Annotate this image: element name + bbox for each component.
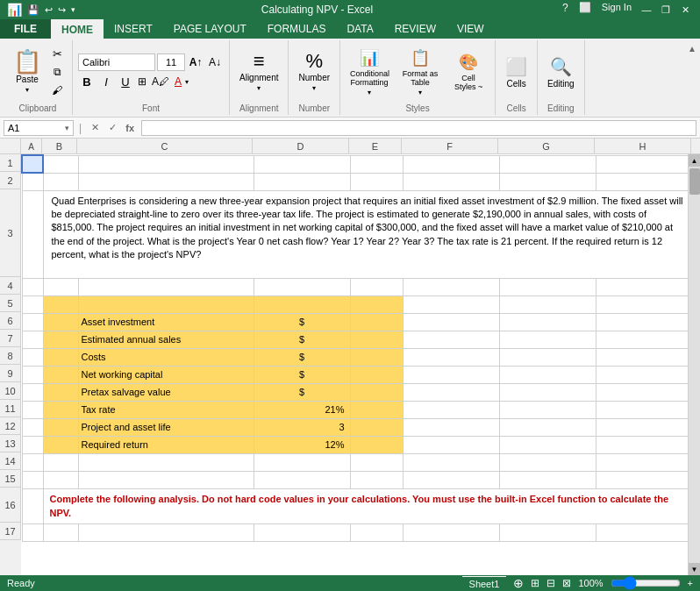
cell-g12[interactable] bbox=[499, 418, 596, 436]
row-num-12[interactable]: 12 bbox=[0, 417, 21, 435]
cell-g6[interactable] bbox=[499, 313, 596, 331]
cell-g7[interactable] bbox=[499, 331, 596, 348]
cell-b4[interactable] bbox=[43, 278, 78, 296]
cell-e14[interactable] bbox=[350, 453, 403, 471]
cell-d8-dollar[interactable]: $ bbox=[254, 348, 350, 366]
cell-e10[interactable] bbox=[350, 383, 403, 401]
quick-access-redo[interactable]: ↪ bbox=[58, 4, 66, 16]
cancel-formula-btn[interactable]: ✕ bbox=[87, 120, 103, 136]
alignment-button[interactable]: ≡ Alignment ▾ bbox=[235, 46, 282, 97]
row-num-14[interactable]: 14 bbox=[0, 452, 21, 470]
cell-h6[interactable] bbox=[596, 313, 688, 331]
row-num-9[interactable]: 9 bbox=[0, 365, 21, 382]
cell-e4[interactable] bbox=[350, 278, 403, 296]
cell-b16[interactable]: Complete the following analysis. Do not … bbox=[43, 488, 688, 523]
cell-f12[interactable] bbox=[403, 418, 499, 436]
cell-g1[interactable] bbox=[499, 155, 596, 173]
cell-d2[interactable] bbox=[254, 173, 350, 190]
cell-g14[interactable] bbox=[499, 453, 596, 471]
cell-a16[interactable] bbox=[22, 488, 43, 523]
font-size-input[interactable] bbox=[157, 53, 185, 71]
cell-d12-value[interactable]: 3 bbox=[254, 418, 350, 436]
zoom-in-btn[interactable]: + bbox=[688, 578, 693, 588]
row-num-15[interactable]: 15 bbox=[0, 470, 21, 488]
minimize-btn[interactable]: — bbox=[639, 2, 654, 18]
bold-button[interactable]: B bbox=[78, 73, 96, 90]
cell-b13[interactable] bbox=[43, 436, 78, 453]
cell-e12[interactable] bbox=[350, 418, 403, 436]
scroll-thumb[interactable] bbox=[689, 168, 700, 195]
add-sheet-btn[interactable]: ⊕ bbox=[513, 576, 524, 590]
insert-function-btn[interactable]: fx bbox=[122, 120, 138, 136]
format-table-dropdown[interactable]: ▾ bbox=[418, 89, 422, 96]
cell-h17[interactable] bbox=[596, 523, 688, 541]
cell-c2[interactable] bbox=[78, 173, 254, 190]
cell-styles-button[interactable]: 🎨 CellStyles ~ bbox=[447, 46, 489, 97]
cell-c7[interactable]: Estimated annual sales bbox=[78, 331, 254, 348]
cell-a5[interactable] bbox=[22, 296, 43, 313]
sign-in[interactable]: Sign In bbox=[598, 2, 635, 18]
cell-a9[interactable] bbox=[22, 366, 43, 383]
cell-b14[interactable] bbox=[43, 453, 78, 471]
view-normal[interactable]: ⊞ bbox=[531, 577, 539, 589]
col-header-f[interactable]: F bbox=[402, 139, 498, 154]
cell-c12[interactable]: Project and asset life bbox=[78, 418, 254, 436]
underline-button[interactable]: U bbox=[117, 73, 134, 90]
cell-d5[interactable] bbox=[254, 296, 350, 313]
paste-button[interactable]: 📋 Paste ▾ bbox=[9, 46, 46, 97]
cell-b8[interactable] bbox=[43, 348, 78, 366]
fill-color-btn[interactable]: A🖊 bbox=[150, 75, 171, 88]
cell-c8[interactable]: Costs bbox=[78, 348, 254, 366]
format-painter-button[interactable]: 🖌 bbox=[47, 82, 67, 99]
cell-f17[interactable] bbox=[403, 523, 499, 541]
col-header-e[interactable]: E bbox=[349, 139, 402, 154]
cell-a17[interactable] bbox=[22, 523, 43, 541]
cell-c10[interactable]: Pretax salvage value bbox=[78, 383, 254, 401]
tab-page-layout[interactable]: PAGE LAYOUT bbox=[163, 19, 257, 39]
cell-c5[interactable] bbox=[78, 296, 254, 313]
cell-g15[interactable] bbox=[499, 471, 596, 488]
cell-d4[interactable] bbox=[254, 278, 350, 296]
cell-c9[interactable]: Net working capital bbox=[78, 366, 254, 383]
cell-b5[interactable] bbox=[43, 296, 78, 313]
close-btn[interactable]: ✕ bbox=[677, 2, 693, 18]
vertical-scrollbar[interactable]: ▲ ▼ bbox=[688, 154, 700, 575]
quick-access-undo[interactable]: ↩ bbox=[45, 4, 53, 16]
view-layout[interactable]: ⊟ bbox=[546, 577, 555, 589]
font-color-dropdown[interactable]: ▾ bbox=[185, 78, 189, 86]
col-header-a[interactable]: A bbox=[21, 139, 42, 154]
cell-h5[interactable] bbox=[596, 296, 688, 313]
cell-f15[interactable] bbox=[403, 471, 499, 488]
cell-h13[interactable] bbox=[596, 436, 688, 453]
cell-e5[interactable] bbox=[350, 296, 403, 313]
row-num-13[interactable]: 13 bbox=[0, 435, 21, 452]
cell-g9[interactable] bbox=[499, 366, 596, 383]
tab-home[interactable]: HOME bbox=[51, 19, 104, 39]
cell-g8[interactable] bbox=[499, 348, 596, 366]
cell-d1[interactable] bbox=[254, 155, 350, 173]
font-increase-btn[interactable]: A↑ bbox=[187, 53, 204, 71]
paste-dropdown-arrow[interactable]: ▾ bbox=[25, 86, 29, 94]
view-preview[interactable]: ⊠ bbox=[562, 577, 571, 589]
cell-c11[interactable]: Tax rate bbox=[78, 401, 254, 418]
conditional-formatting-button[interactable]: 📊 ConditionalFormatting ▾ bbox=[346, 46, 393, 97]
format-as-table-button[interactable]: 📋 Format asTable ▾ bbox=[396, 46, 444, 97]
cell-a11[interactable] bbox=[22, 401, 43, 418]
row-num-3[interactable]: 3 bbox=[0, 189, 21, 277]
cell-f1[interactable] bbox=[403, 155, 499, 173]
cell-g10[interactable] bbox=[499, 383, 596, 401]
maximize-btn[interactable]: ❐ bbox=[658, 2, 674, 18]
cell-c17[interactable] bbox=[78, 523, 254, 541]
cell-b1[interactable] bbox=[43, 155, 78, 173]
cell-f13[interactable] bbox=[403, 436, 499, 453]
cell-c14[interactable] bbox=[78, 453, 254, 471]
cell-h8[interactable] bbox=[596, 348, 688, 366]
tab-insert[interactable]: INSERT bbox=[104, 19, 163, 39]
cell-f10[interactable] bbox=[403, 383, 499, 401]
row-num-4[interactable]: 4 bbox=[0, 277, 21, 295]
font-name-input[interactable] bbox=[78, 53, 155, 71]
cell-d7-dollar[interactable]: $ bbox=[254, 331, 350, 348]
name-box[interactable]: A1 ▾ bbox=[4, 120, 74, 136]
zoom-slider[interactable] bbox=[611, 579, 681, 587]
cell-d13-value[interactable]: 12% bbox=[254, 436, 350, 453]
